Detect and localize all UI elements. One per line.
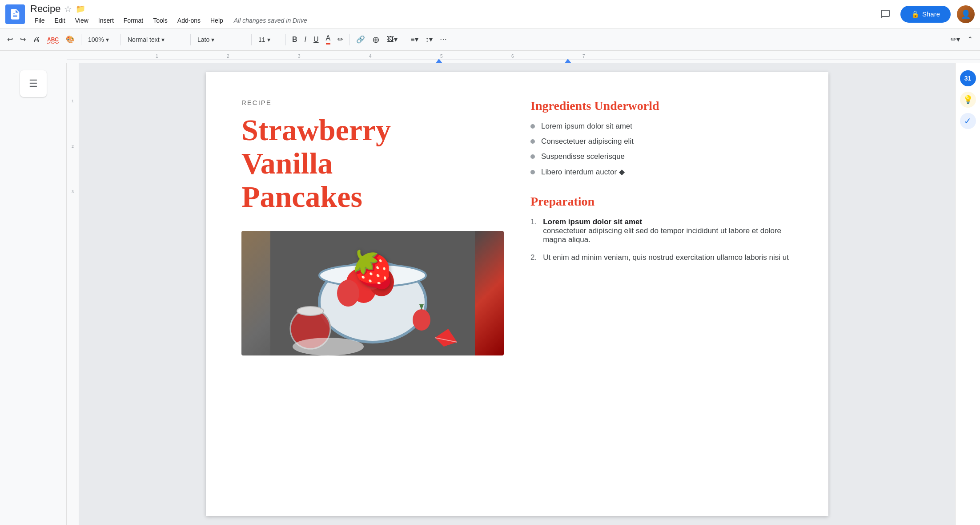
lock-icon: 🔒 <box>911 10 920 18</box>
pen-chevron-icon: ▾ <box>956 35 960 44</box>
svg-text:7: 7 <box>582 54 585 59</box>
menu-view[interactable]: View <box>71 16 93 25</box>
link-icon: 🔗 <box>356 35 365 44</box>
image-button[interactable]: 🖼 ▾ <box>384 32 400 47</box>
list-item: Lorem ipsum dolor sit amet <box>530 122 793 131</box>
comments-button[interactable] <box>876 5 894 23</box>
redo-button[interactable]: ↪ <box>17 32 28 47</box>
divider-5 <box>285 34 286 45</box>
line-spacing-button[interactable]: ↕ ▾ <box>423 32 435 47</box>
style-select[interactable]: Normal text ▾ <box>125 32 187 47</box>
print-button[interactable]: 🖨 <box>30 32 43 47</box>
preparation-heading: Preparation <box>530 194 793 209</box>
vertical-ruler: 1 2 3 <box>67 63 79 525</box>
menu-format[interactable]: Format <box>119 16 148 25</box>
folder-icon[interactable]: 📁 <box>76 4 85 14</box>
svg-point-21 <box>337 280 359 307</box>
svg-marker-23 <box>370 264 375 270</box>
svg-point-22 <box>364 268 382 290</box>
bulb-icon: 💡 <box>963 95 973 105</box>
left-panel: ☰ <box>0 63 67 525</box>
pen-button[interactable]: ✏ ▾ <box>948 32 963 47</box>
toolbar: ↩ ↪ 🖨 ABC 🎨 100% ▾ Normal text ▾ Lato ▾ … <box>0 28 980 51</box>
menu-help[interactable]: Help <box>206 16 228 25</box>
spell-check-button[interactable]: ABC <box>44 32 61 47</box>
print-icon: 🖨 <box>33 36 40 44</box>
underline-button[interactable]: U <box>311 32 321 47</box>
bullet-icon <box>530 170 535 174</box>
font-select[interactable]: Lato ▾ <box>194 32 248 47</box>
svg-point-30 <box>293 338 364 355</box>
share-button[interactable]: 🔒 Share <box>900 6 951 23</box>
menu-row: File Edit View Insert Format Tools Add-o… <box>30 16 876 25</box>
highlight-button[interactable]: ✏ <box>335 32 346 47</box>
redo-icon: ↪ <box>20 35 26 44</box>
list-item: 1. Lorem ipsum dolor sit amet consectetu… <box>530 218 793 244</box>
recipe-image <box>241 231 504 355</box>
more-button[interactable]: ⋯ <box>437 32 450 47</box>
image-icon: 🖼 <box>387 36 394 44</box>
v-ruler-mark-1: 1 <box>72 99 74 103</box>
calendar-button[interactable]: 31 <box>960 70 976 86</box>
svg-text:2: 2 <box>227 54 229 59</box>
insert-icon: ⊕ <box>372 34 380 45</box>
title-line2: Vanilla <box>241 146 333 180</box>
bulb-button[interactable]: 💡 <box>960 92 976 108</box>
ingredient-list: Lorem ipsum dolor sit amet Consectetuer … <box>530 122 793 177</box>
share-label: Share <box>922 10 940 18</box>
document-page: RECIPE Strawberry Vanilla Pancakes <box>206 72 828 516</box>
check-icon: ✓ <box>964 116 972 126</box>
document-title[interactable]: Recipe <box>30 3 60 15</box>
font-size-select[interactable]: 11 ▾ <box>255 32 282 47</box>
menu-insert[interactable]: Insert <box>94 16 118 25</box>
menu-edit[interactable]: Edit <box>50 16 70 25</box>
svg-text:3: 3 <box>298 54 301 59</box>
prep-bold: Lorem ipsum dolor sit amet <box>543 218 642 226</box>
divider-2 <box>120 34 121 45</box>
recipe-title: Strawberry Vanilla Pancakes <box>241 113 504 213</box>
insert-comment-button[interactable]: ⊕ <box>370 32 382 47</box>
paint-format-icon: 🎨 <box>66 35 75 44</box>
right-sidebar: 31 💡 ✓ <box>955 63 980 525</box>
list-item: 2. Ut enim ad minim veniam, quis nostrud… <box>530 253 793 262</box>
svg-marker-17 <box>357 264 361 271</box>
bullet-icon <box>530 124 535 129</box>
text-color-button[interactable]: A <box>323 32 333 47</box>
italic-button[interactable]: I <box>302 32 309 47</box>
menu-addons[interactable]: Add-ons <box>173 16 205 25</box>
check-button[interactable]: ✓ <box>960 113 976 129</box>
font-value: Lato <box>197 36 209 43</box>
user-avatar[interactable]: 👤 <box>957 5 975 23</box>
bold-icon: B <box>292 36 297 44</box>
right-column: Ingredients Underworld Lorem ipsum dolor… <box>530 99 793 489</box>
calendar-label: 31 <box>964 75 972 82</box>
image-chevron-icon: ▾ <box>394 35 398 44</box>
menu-file[interactable]: File <box>30 16 49 25</box>
svg-marker-18 <box>361 267 366 273</box>
align-button[interactable]: ≡ ▾ <box>408 32 421 47</box>
zoom-select[interactable]: 100% ▾ <box>85 32 117 47</box>
ingredients-heading: Ingredients Underworld <box>530 99 793 113</box>
pen-icon: ✏ <box>951 35 956 44</box>
divider-4 <box>251 34 252 45</box>
collapse-toolbar-button[interactable]: ⌃ <box>964 32 976 47</box>
menu-tools[interactable]: Tools <box>149 16 172 25</box>
zoom-chevron-icon: ▾ <box>106 36 109 43</box>
outline-button[interactable]: ☰ <box>20 70 47 97</box>
document-scroll-area[interactable]: RECIPE Strawberry Vanilla Pancakes <box>79 63 955 525</box>
star-icon[interactable]: ☆ <box>64 4 72 14</box>
undo-button[interactable]: ↩ <box>4 32 16 47</box>
app-icon[interactable] <box>5 4 25 24</box>
svg-point-28 <box>413 309 430 331</box>
underline-icon: U <box>313 36 319 44</box>
text-color-icon: A <box>326 34 331 44</box>
bullet-icon <box>530 154 535 159</box>
paint-format-button[interactable]: 🎨 <box>63 32 77 47</box>
prep-body: consectetuer adipiscing elit sed do temp… <box>543 226 781 244</box>
prep-number: 1. <box>530 218 537 244</box>
more-icon: ⋯ <box>440 35 447 44</box>
preparation-list: 1. Lorem ipsum dolor sit amet consectetu… <box>530 218 793 262</box>
bullet-icon <box>530 139 535 144</box>
link-button[interactable]: 🔗 <box>353 32 368 47</box>
bold-button[interactable]: B <box>289 32 300 47</box>
